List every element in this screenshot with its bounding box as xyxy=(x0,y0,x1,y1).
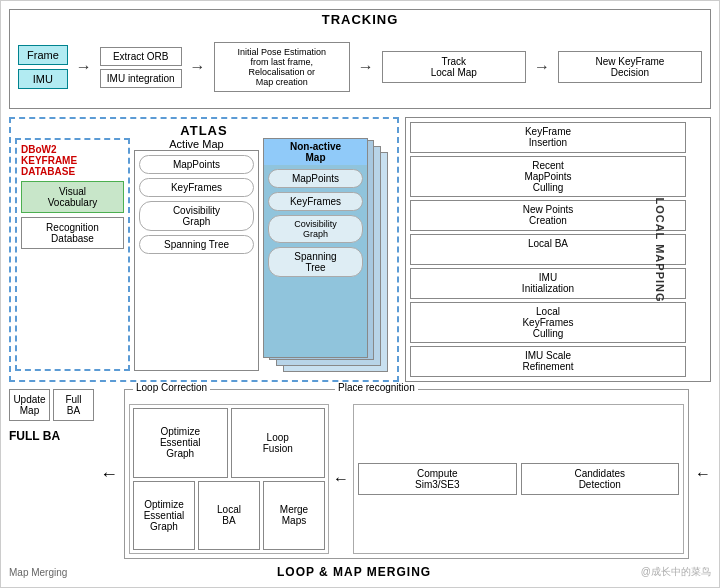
local-keyframes-box: LocalKeyFramesCulling xyxy=(410,302,686,343)
nonactive-items: MapPoints KeyFrames CovisibilityGraph Sp… xyxy=(264,165,367,357)
fullba-label: FULL BA xyxy=(9,429,94,443)
local-ba-box: Local BA xyxy=(410,234,686,265)
arrow-right-lm: ← xyxy=(695,389,711,559)
dbow2-title: DBoW2KEYFRAMEDATABASE xyxy=(21,144,124,177)
optimize-essential-2-box: OptimizeEssentialGraph xyxy=(133,481,195,551)
track-boxes: Initial Pose Estimationfrom last frame,R… xyxy=(214,42,702,92)
merge-maps-box: MergeMaps xyxy=(263,481,325,551)
loop-correction-label: Loop Correction xyxy=(133,382,210,393)
watermark: @成长中的菜鸟 xyxy=(641,565,711,579)
dbow2-box: DBoW2KEYFRAMEDATABASE VisualVocabulary R… xyxy=(15,138,130,371)
recognition-db-box: RecognitionDatabase xyxy=(21,217,124,249)
nonactive-spanning: SpanningTree xyxy=(268,247,363,277)
visual-vocab-box: VisualVocabulary xyxy=(21,181,124,213)
place-recognition-label: Place recognition xyxy=(335,382,418,393)
local-mapping-section: LOCAL MAPPING KeyFrameInsertion RecentMa… xyxy=(405,117,711,382)
loop-left: OptimizeEssentialGraph LoopFusion Optimi… xyxy=(129,404,329,554)
mappoints-box: MapPoints xyxy=(139,155,254,174)
extract-group: Extract ORB IMU integration xyxy=(100,47,182,88)
active-map-items: MapPoints KeyFrames CovisibilityGraph Sp… xyxy=(134,150,259,371)
frame-box: Frame xyxy=(18,45,68,65)
imu-integration-box: IMU integration xyxy=(100,69,182,88)
covisibility-graph-box: CovisibilityGraph xyxy=(139,201,254,231)
loop-bottom-row: OptimizeEssentialGraph LocalBA MergeMaps xyxy=(133,481,325,551)
main-container: TRACKING Frame IMU → Extract ORB IMU int… xyxy=(0,0,720,588)
arrow4: → xyxy=(534,58,550,76)
tracking-title: TRACKING xyxy=(10,10,710,29)
fullba-boxes-row: UpdateMap FullBA xyxy=(9,389,94,421)
tracking-section: TRACKING Frame IMU → Extract ORB IMU int… xyxy=(9,9,711,109)
track-inputs: Frame IMU xyxy=(18,45,68,89)
arrow2: → xyxy=(190,58,206,76)
full-ba-box: FullBA xyxy=(53,389,94,421)
arrow-left: ← xyxy=(100,389,118,559)
spanning-tree-box: Spanning Tree xyxy=(139,235,254,254)
bottom-section: UpdateMap FullBA FULL BA ← Loop Correcti… xyxy=(9,389,711,559)
optimize-essential-1-box: OptimizeEssentialGraph xyxy=(133,408,228,478)
imu-scale-box: IMU ScaleRefinement xyxy=(410,346,686,377)
middle-section: ATLAS DBoW2KEYFRAMEDATABASE VisualVocabu… xyxy=(9,117,711,382)
nonactive-covisibility: CovisibilityGraph xyxy=(268,215,363,243)
arrow3: → xyxy=(358,58,374,76)
map-merging-label: Map Merging xyxy=(9,567,67,578)
new-points-creation-box: New PointsCreation xyxy=(410,200,686,231)
local-mapping-label: LOCAL MAPPING xyxy=(653,197,665,302)
nonactive-map-area: Non-activeMap MapPoints KeyFrames Covisi… xyxy=(263,138,393,371)
loop-inner: OptimizeEssentialGraph LoopFusion Optimi… xyxy=(129,404,684,554)
recent-mappoints-box: RecentMapPointsCulling xyxy=(410,156,686,197)
loop-fusion-box: LoopFusion xyxy=(231,408,326,478)
new-keyframe-box: New KeyFrameDecision xyxy=(558,51,702,83)
initial-pose-box: Initial Pose Estimationfrom last frame,R… xyxy=(214,42,350,92)
arrow-mid: ← xyxy=(333,404,349,554)
loop-place-container: Loop Correction Place recognition Optimi… xyxy=(124,389,689,559)
extract-orb-box: Extract ORB xyxy=(100,47,182,66)
imu-box: IMU xyxy=(18,69,68,89)
loop-map-merging-label: LOOP & MAP MERGING xyxy=(277,565,431,579)
local-ba-loop-box: LocalBA xyxy=(198,481,260,551)
nonactive-card-front: Non-activeMap MapPoints KeyFrames Covisi… xyxy=(263,138,368,358)
atlas-inner: DBoW2KEYFRAMEDATABASE VisualVocabulary R… xyxy=(15,138,393,371)
nonactive-title: Non-activeMap xyxy=(264,139,367,165)
imu-init-box: IMUInitialization xyxy=(410,268,686,299)
update-map-box: UpdateMap xyxy=(9,389,50,421)
active-map-area: Active Map MapPoints KeyFrames Covisibil… xyxy=(134,138,259,371)
keyframes-box: KeyFrames xyxy=(139,178,254,197)
fullba-area: UpdateMap FullBA FULL BA xyxy=(9,389,94,559)
active-map-title: Active Map xyxy=(134,138,259,150)
candidates-detection-box: CandidatesDetection xyxy=(521,463,680,495)
track-local-map-box: TrackLocal Map xyxy=(382,51,526,83)
compute-sim3-box: ComputeSim3/SE3 xyxy=(358,463,517,495)
arrow1: → xyxy=(76,58,92,76)
keyframe-insertion-box: KeyFrameInsertion xyxy=(410,122,686,153)
atlas-title: ATLAS xyxy=(15,123,393,138)
place-recognition-area: ComputeSim3/SE3 CandidatesDetection xyxy=(353,404,684,554)
nonactive-keyframes: KeyFrames xyxy=(268,192,363,211)
atlas-dbow-container: ATLAS DBoW2KEYFRAMEDATABASE VisualVocabu… xyxy=(9,117,399,382)
bottom-labels: Map Merging LOOP & MAP MERGING @成长中的菜鸟 xyxy=(9,565,711,579)
nonactive-mappoints: MapPoints xyxy=(268,169,363,188)
loop-top-row: OptimizeEssentialGraph LoopFusion xyxy=(133,408,325,478)
